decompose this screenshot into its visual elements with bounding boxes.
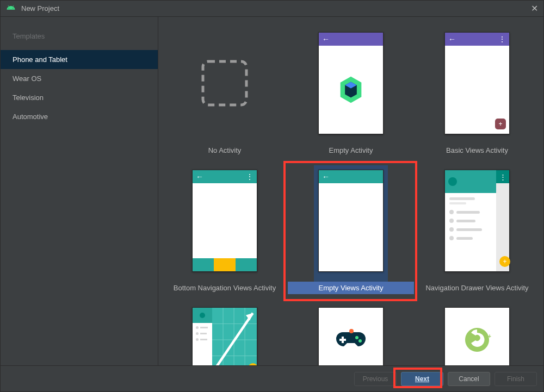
template-label: Bottom Navigation Views Activity — [162, 282, 288, 294]
back-arrow-icon: ← — [322, 172, 330, 181]
sidebar-item-label: Phone and Tablet — [13, 55, 67, 64]
next-button[interactable]: Next — [401, 372, 443, 386]
sidebar-item-wear-os[interactable]: Wear OS — [1, 69, 158, 88]
overflow-menu-icon: ⋮ — [499, 173, 506, 181]
template-responsive-views-activity[interactable] — [162, 303, 288, 365]
compose-logo-icon — [335, 74, 367, 105]
svg-rect-10 — [339, 339, 346, 341]
button-label: Finish — [507, 375, 524, 383]
back-arrow-icon: ← — [322, 35, 330, 43]
cancel-button[interactable]: Cancel — [448, 372, 490, 386]
back-arrow-icon: ← — [448, 35, 456, 43]
cpp-icon: + + — [462, 325, 492, 354]
finish-button: Finish — [494, 372, 537, 386]
svg-text:+: + — [488, 333, 491, 339]
template-empty-activity[interactable]: ← Empty Activity — [288, 28, 414, 157]
svg-text:+: + — [484, 333, 487, 339]
back-arrow-icon: ← — [196, 172, 203, 181]
sidebar: Templates Phone and Tablet Wear OS Telev… — [1, 17, 158, 365]
template-empty-views-activity[interactable]: ← Empty Views Activity — [288, 165, 414, 294]
template-no-activity[interactable]: No Activity — [162, 28, 288, 157]
template-label: No Activity — [162, 144, 288, 157]
sidebar-item-label: Wear OS — [13, 74, 41, 83]
new-project-window: New Project ✕ Templates Phone and Tablet… — [0, 0, 544, 392]
grid-arrow-icon — [212, 308, 257, 365]
template-label: Empty Views Activity — [288, 282, 414, 294]
template-game-activity[interactable] — [288, 303, 414, 365]
template-label: Navigation Drawer Views Activity — [414, 282, 540, 294]
template-bottom-nav-views-activity[interactable]: ← ⋮ Bottom Navigation Views Activity — [162, 165, 288, 294]
android-logo-icon — [6, 3, 16, 14]
svg-point-13 — [349, 329, 354, 333]
titlebar: New Project ✕ — [1, 1, 543, 17]
sidebar-item-label: Automotive — [13, 113, 48, 121]
template-navigation-drawer-views-activity[interactable]: ⋮ — [414, 165, 540, 294]
template-label: Basic Views Activity — [414, 144, 540, 157]
sidebar-item-automotive[interactable]: Automotive — [1, 107, 158, 126]
svg-point-12 — [358, 339, 362, 343]
template-label: Empty Activity — [288, 144, 414, 157]
template-gallery: No Activity ← — [158, 17, 543, 365]
button-label: Previous — [363, 375, 388, 383]
footer: Previous Next Cancel Finish — [1, 365, 543, 391]
overflow-menu-icon: ⋮ — [498, 35, 506, 43]
sidebar-header: Templates — [1, 28, 158, 50]
svg-point-11 — [355, 336, 358, 339]
dialog-body: Templates Phone and Tablet Wear OS Telev… — [1, 17, 543, 365]
fab-icon: + — [499, 256, 510, 267]
sidebar-item-phone-tablet[interactable]: Phone and Tablet — [1, 50, 158, 69]
button-label: Next — [415, 375, 429, 383]
avatar-icon — [448, 177, 457, 186]
overflow-menu-icon: ⋮ — [246, 172, 254, 181]
previous-button: Previous — [354, 372, 397, 386]
no-activity-icon — [201, 59, 249, 107]
window-title: New Project — [21, 4, 59, 13]
template-native-cpp[interactable]: + + — [414, 303, 540, 365]
template-basic-views-activity[interactable]: ← ⋮ + Basic Views Activity — [414, 28, 540, 157]
fab-icon: + — [495, 119, 506, 129]
sidebar-item-label: Television — [13, 94, 44, 102]
button-label: Cancel — [459, 375, 479, 383]
sidebar-item-television[interactable]: Television — [1, 88, 158, 107]
close-icon[interactable]: ✕ — [531, 3, 538, 14]
svg-rect-0 — [203, 61, 246, 105]
gamepad-icon — [335, 329, 367, 351]
